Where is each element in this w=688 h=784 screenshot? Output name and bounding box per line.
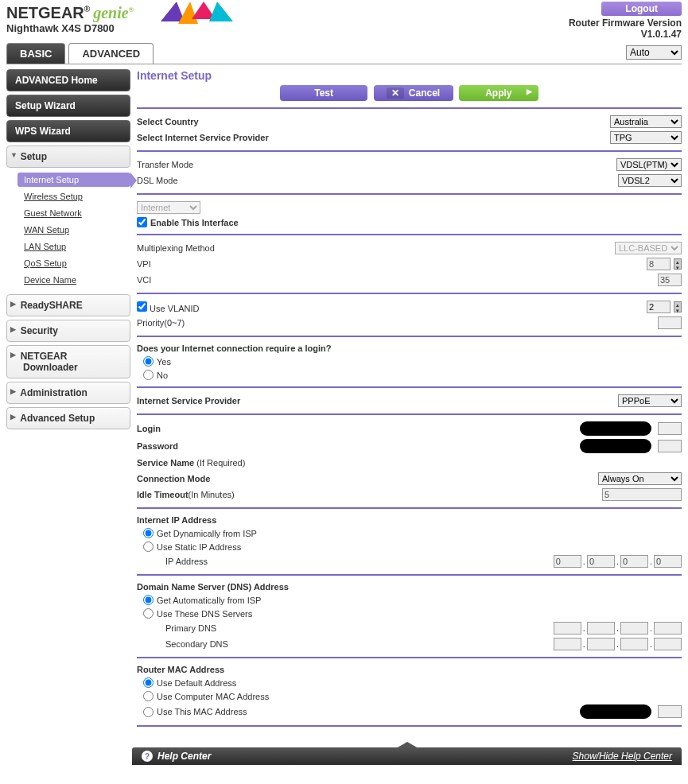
chevron-right-icon: ▶: [527, 87, 532, 95]
mux-label: Multiplexing Method: [137, 243, 615, 253]
firmware-version: V1.0.1.47: [569, 29, 682, 40]
ip-static-radio[interactable]: [143, 541, 154, 552]
dnsp-2[interactable]: [587, 622, 615, 635]
stepper-icon[interactable]: ▴▾: [674, 258, 682, 270]
vlan-checkbox[interactable]: [137, 301, 147, 312]
ip-dynamic-radio[interactable]: [143, 528, 154, 538]
dnsp-3[interactable]: [620, 622, 648, 635]
sidebar-group-readyshare[interactable]: ▶ ReadySHARE: [6, 294, 130, 316]
sidebar-setup-wizard[interactable]: Setup Wizard: [6, 95, 130, 117]
dsl-mode-select[interactable]: VDSL2: [618, 174, 682, 187]
logout-button[interactable]: Logout: [601, 2, 682, 16]
cancel-button[interactable]: ✕Cancel: [374, 85, 453, 101]
sidebar-item-qos-setup[interactable]: QoS Setup: [17, 256, 130, 270]
dnss-4[interactable]: [654, 638, 682, 650]
ip-oct3[interactable]: [620, 555, 648, 568]
priority-input[interactable]: [658, 316, 682, 329]
login-input[interactable]: [658, 422, 682, 435]
apply-button[interactable]: Apply▶: [459, 85, 538, 101]
stepper-icon[interactable]: ▴▾: [674, 301, 682, 312]
login-yes-radio[interactable]: [143, 356, 154, 367]
isp-select[interactable]: TPG: [610, 131, 682, 144]
tab-basic[interactable]: BASIC: [6, 43, 65, 64]
sidebar-group-downloader[interactable]: ▶ NETGEAR Downloader: [6, 345, 130, 378]
sidebar-group-advanced-setup[interactable]: ▶ Advanced Setup: [6, 407, 130, 429]
chevron-right-icon: ▶: [10, 387, 16, 395]
netgear-logo: NETGEAR®: [6, 4, 90, 22]
test-button[interactable]: Test: [280, 85, 367, 101]
dns-use-radio[interactable]: [143, 608, 154, 619]
dns-primary-label: Primary DNS: [165, 623, 554, 633]
sidebar-item-lan-setup[interactable]: LAN Setup: [17, 239, 130, 254]
dnss-1[interactable]: [554, 638, 581, 650]
ip-dynamic-label: Get Dynamically from ISP: [157, 529, 257, 538]
vlan-input[interactable]: [647, 301, 671, 313]
sidebar-group-setup[interactable]: ▼ Setup: [6, 146, 130, 168]
refresh-select[interactable]: Auto: [626, 45, 682, 60]
chevron-right-icon: ▶: [10, 351, 16, 359]
mac-computer-radio[interactable]: [143, 691, 154, 701]
idle-input[interactable]: [602, 488, 682, 501]
mac-default-radio[interactable]: [143, 677, 154, 688]
isp2-select[interactable]: PPPoE: [618, 394, 682, 407]
login-label: Login: [137, 424, 580, 433]
dnsp-1[interactable]: [554, 622, 581, 635]
chevron-right-icon: ▶: [10, 325, 16, 333]
enable-interface-checkbox[interactable]: [137, 217, 147, 227]
help-icon: ?: [142, 751, 153, 762]
sidebar-advanced-home[interactable]: ADVANCED Home: [6, 69, 130, 91]
sidebar-group-security[interactable]: ▶ Security: [6, 320, 130, 342]
mux-select[interactable]: LLC-BASED: [615, 242, 682, 254]
country-label: Select Country: [137, 117, 610, 126]
chevron-down-icon: ▼: [10, 151, 17, 159]
redacted: [580, 421, 651, 436]
dsl-mode-label: DSL Mode: [137, 176, 618, 185]
ip-oct4[interactable]: [654, 555, 682, 568]
mac-default-label: Use Default Address: [157, 678, 236, 688]
chevron-right-icon: ▶: [10, 413, 16, 421]
priority-label: Priority(0~7): [137, 318, 658, 328]
brand-shapes: [161, 2, 233, 24]
country-select[interactable]: Australia: [610, 115, 682, 128]
mac-this-radio[interactable]: [143, 707, 154, 717]
interface-select[interactable]: Internet: [137, 201, 200, 214]
vci-label: VCI: [137, 275, 658, 285]
mac-input[interactable]: [658, 705, 682, 718]
chevron-up-icon[interactable]: [396, 742, 418, 748]
vpi-input[interactable]: [647, 258, 671, 270]
redacted: [580, 704, 651, 719]
genie-logo: genie®: [93, 4, 134, 22]
isp-label: Select Internet Service Provider: [137, 133, 610, 142]
mac-computer-label: Use Computer MAC Address: [157, 692, 269, 701]
footer: ? Help Center Show/Hide Help Center: [132, 747, 682, 765]
redacted: [580, 439, 651, 453]
sidebar-wps-wizard[interactable]: WPS Wizard: [6, 120, 130, 142]
transfer-mode-label: Transfer Mode: [137, 160, 616, 169]
dns-auto-radio[interactable]: [143, 595, 154, 605]
tab-advanced[interactable]: ADVANCED: [68, 43, 154, 64]
ip-heading: Internet IP Address: [137, 514, 682, 526]
mac-this-label: Use This MAC Address: [157, 707, 247, 716]
sidebar-item-wan-setup[interactable]: WAN Setup: [17, 223, 130, 237]
content: Internet Setup Test ✕Cancel Apply▶ Selec…: [137, 69, 682, 732]
vpi-label: VPI: [137, 259, 647, 269]
transfer-mode-select[interactable]: VDSL(PTM): [616, 158, 682, 171]
sidebar-item-internet-setup[interactable]: Internet Setup: [17, 173, 130, 187]
vci-input[interactable]: [658, 274, 682, 286]
conn-mode-select[interactable]: Always On: [598, 472, 682, 485]
sidebar-item-device-name[interactable]: Device Name: [17, 273, 130, 287]
idle-label: Idle Timeout: [137, 490, 189, 499]
dnss-3[interactable]: [620, 638, 648, 650]
dnsp-4[interactable]: [654, 622, 682, 635]
sidebar-group-administration[interactable]: ▶ Administration: [6, 382, 130, 404]
sidebar-item-wireless-setup[interactable]: Wireless Setup: [17, 189, 130, 204]
sidebar-item-guest-network[interactable]: Guest Network: [17, 206, 130, 220]
login-question: Does your Internet connection require a …: [137, 342, 682, 355]
dnss-2[interactable]: [587, 638, 615, 650]
ip-oct1[interactable]: [554, 555, 581, 568]
login-no-radio[interactable]: [143, 370, 154, 380]
password-input[interactable]: [658, 440, 682, 452]
password-label: Password: [137, 441, 580, 451]
show-hide-help-link[interactable]: Show/Hide Help Center: [573, 751, 672, 762]
ip-oct2[interactable]: [587, 555, 615, 568]
